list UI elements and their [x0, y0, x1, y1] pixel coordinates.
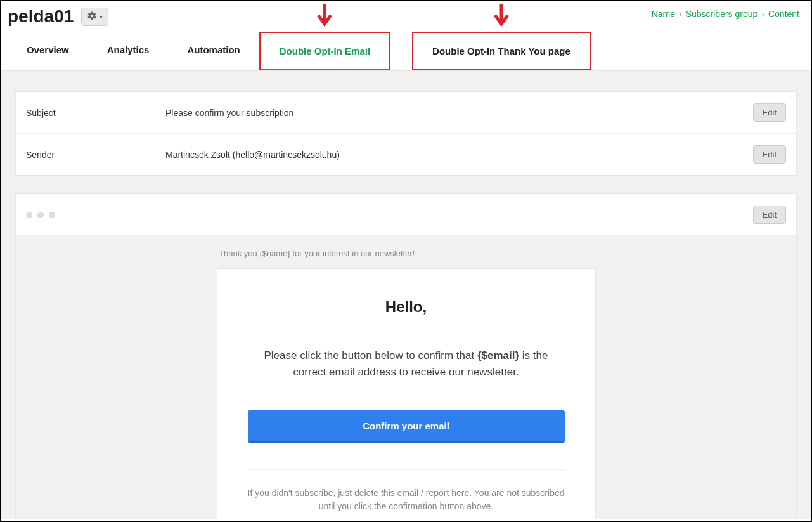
gear-icon [87, 11, 97, 23]
email-footer-text: If you didn't subscribe, just delete thi… [248, 486, 565, 514]
tab-overview[interactable]: Overview [8, 32, 88, 70]
breadcrumb-name[interactable]: Name [652, 9, 675, 19]
chevron-right-icon: › [761, 9, 764, 19]
tab-analytics[interactable]: Analytics [88, 32, 169, 70]
edit-email-button[interactable]: Edit [753, 206, 786, 224]
tabs-bar: Overview Analytics Automation Double Opt… [1, 32, 811, 71]
page-title: pelda01 [8, 6, 74, 27]
settings-row-sender: Sender Martincsek Zsolt (hello@martincse… [16, 134, 796, 175]
chevron-down-icon: ▾ [100, 13, 103, 20]
breadcrumb-subscribers-group[interactable]: Subscribers group [686, 9, 758, 19]
edit-subject-button[interactable]: Edit [753, 103, 786, 122]
tab-automation[interactable]: Automation [168, 32, 259, 70]
window-dots-icon [26, 212, 55, 218]
sender-value: Martincsek Zsolt (hello@martincsekzsolt.… [165, 150, 753, 160]
annotation-arrow-icon [491, 3, 512, 32]
email-card: Hello, Please click the button below to … [217, 268, 596, 519]
tab-double-optin-thankyou[interactable]: Double Opt-In Thank You page [412, 32, 591, 70]
subject-label: Subject [26, 108, 165, 118]
breadcrumb: Name › Subscribers group › Content [652, 9, 799, 19]
tab-double-optin-email[interactable]: Double Opt-In Email [259, 32, 390, 70]
email-preview-scroll[interactable]: Thank you {$name} for your interest in o… [16, 236, 796, 519]
settings-row-subject: Subject Please confirm your subscription… [16, 92, 796, 134]
tab-label: Double Opt-In Thank You page [432, 46, 570, 56]
subject-value: Please confirm your subscription [165, 108, 753, 118]
email-preheader: Thank you {$name} for your interest in o… [16, 249, 796, 258]
report-here-link[interactable]: here [451, 488, 469, 498]
edit-sender-button[interactable]: Edit [753, 145, 786, 164]
divider [248, 469, 565, 470]
chevron-right-icon: › [679, 9, 682, 19]
breadcrumb-content[interactable]: Content [768, 9, 799, 19]
annotation-arrow-icon [314, 3, 335, 32]
settings-panel: Subject Please confirm your subscription… [15, 91, 797, 176]
settings-dropdown-button[interactable]: ▾ [81, 8, 108, 26]
email-greeting: Hello, [248, 298, 565, 316]
email-body-text: Please click the button below to confirm… [248, 348, 565, 381]
email-preview-panel: Edit Thank you {$name} for your interest… [15, 193, 797, 519]
sender-label: Sender [26, 150, 165, 160]
confirm-email-button[interactable]: Confirm your email [248, 410, 565, 443]
tab-label: Double Opt-In Email [280, 46, 370, 56]
